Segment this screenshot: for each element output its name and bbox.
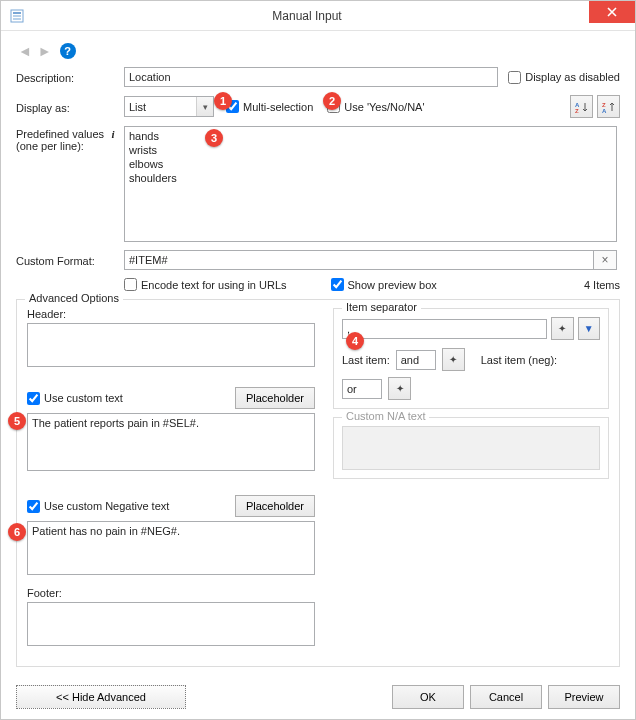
custom-format-input[interactable] [124, 250, 594, 270]
predefined-values-textarea[interactable] [124, 126, 617, 242]
last-item-label: Last item: [342, 354, 390, 366]
custom-text-textarea[interactable] [27, 413, 315, 471]
close-button[interactable] [589, 1, 635, 23]
use-custom-neg-check[interactable] [27, 500, 40, 513]
use-custom-text-checkbox[interactable]: Use custom text [27, 392, 123, 405]
yesnona-label: Use 'Yes/No/NA' [344, 101, 424, 113]
use-custom-text-check[interactable] [27, 392, 40, 405]
display-disabled-label: Display as disabled [525, 71, 620, 83]
chevron-down-icon: ▾ [196, 97, 213, 116]
callout-1: 1 [214, 92, 232, 110]
callout-3: 3 [205, 129, 223, 147]
encode-urls-checkbox[interactable]: Encode text for using in URLs [124, 278, 287, 291]
callout-4: 4 [346, 332, 364, 350]
description-label: Description: [16, 70, 124, 84]
preview-button[interactable]: Preview [548, 685, 620, 709]
header-textarea[interactable] [27, 323, 315, 367]
hide-advanced-button[interactable]: << Hide Advanced [16, 685, 186, 709]
item-separator-group: Item separator ✦ ▼ Last item: ✦ Last ite… [333, 308, 609, 409]
use-custom-text-label: Use custom text [44, 392, 123, 404]
show-preview-check[interactable] [331, 278, 344, 291]
display-as-value: List [129, 101, 146, 113]
sort-asc-button[interactable]: AZ [570, 95, 593, 118]
use-custom-neg-checkbox[interactable]: Use custom Negative text [27, 500, 169, 513]
last-item-neg-label: Last item (neg): [481, 354, 557, 366]
encode-urls-check[interactable] [124, 278, 137, 291]
last-item-input[interactable] [396, 350, 436, 370]
custom-neg-textarea[interactable] [27, 521, 315, 575]
titlebar: Manual Input [1, 1, 635, 31]
display-disabled-check[interactable] [508, 71, 521, 84]
display-as-label: Display as: [16, 100, 124, 114]
description-input[interactable] [124, 67, 498, 87]
callout-5: 5 [8, 412, 26, 430]
separator-dropdown-button[interactable]: ▼ [578, 317, 600, 340]
display-as-select[interactable]: List ▾ [124, 96, 214, 117]
last-item-add-button[interactable]: ✦ [442, 348, 465, 371]
items-count: 4 Items [584, 279, 620, 291]
yesnona-checkbox[interactable]: Use 'Yes/No/NA' [327, 100, 424, 113]
callout-6: 6 [8, 523, 26, 541]
svg-rect-2 [13, 15, 21, 17]
multi-selection-checkbox[interactable]: Multi-selection [226, 100, 313, 113]
multi-selection-label: Multi-selection [243, 101, 313, 113]
app-icon [9, 8, 25, 24]
custom-na-textarea [342, 426, 600, 470]
footer-label: Footer: [27, 587, 315, 599]
bottom-bar: << Hide Advanced OK Cancel Preview [1, 675, 635, 719]
callout-2: 2 [323, 92, 341, 110]
back-arrow-icon[interactable]: ◄ [16, 41, 34, 61]
display-disabled-checkbox[interactable]: Display as disabled [508, 71, 620, 84]
placeholder-button-2[interactable]: Placeholder [235, 495, 315, 517]
ok-button[interactable]: OK [392, 685, 464, 709]
nav-toolbar: ◄ ► ? [16, 41, 620, 61]
predefined-label-l2: (one per line): [16, 140, 84, 152]
header-label: Header: [27, 308, 315, 320]
custom-format-label: Custom Format: [16, 253, 124, 267]
svg-rect-3 [13, 18, 21, 20]
clear-format-button[interactable]: × [594, 250, 617, 270]
placeholder-button-1[interactable]: Placeholder [235, 387, 315, 409]
help-icon[interactable]: ? [60, 43, 76, 59]
separator-add-button[interactable]: ✦ [551, 317, 573, 340]
svg-text:A: A [602, 108, 607, 114]
sort-desc-button[interactable]: ZA [597, 95, 620, 118]
window-title: Manual Input [25, 9, 589, 23]
forward-arrow-icon[interactable]: ► [36, 41, 54, 61]
custom-na-legend: Custom N/A text [342, 410, 429, 422]
separator-input[interactable] [342, 319, 547, 339]
last-item-neg-input[interactable] [342, 379, 382, 399]
show-preview-checkbox[interactable]: Show preview box [331, 278, 437, 291]
advanced-legend: Advanced Options [25, 292, 123, 304]
encode-urls-label: Encode text for using in URLs [141, 279, 287, 291]
item-separator-legend: Item separator [342, 301, 421, 313]
predefined-label: Predefined values i (one per line): [16, 126, 124, 152]
custom-na-group: Custom N/A text [333, 417, 609, 479]
cancel-button[interactable]: Cancel [470, 685, 542, 709]
svg-text:Z: Z [575, 108, 579, 114]
footer-textarea[interactable] [27, 602, 315, 646]
predefined-label-l1: Predefined values [16, 128, 104, 140]
svg-rect-1 [13, 12, 21, 14]
last-item-neg-add-button[interactable]: ✦ [388, 377, 411, 400]
advanced-options-group: Advanced Options Header: Use custom text… [16, 299, 620, 667]
show-preview-label: Show preview box [348, 279, 437, 291]
info-icon[interactable]: i [107, 128, 119, 140]
use-custom-neg-label: Use custom Negative text [44, 500, 169, 512]
